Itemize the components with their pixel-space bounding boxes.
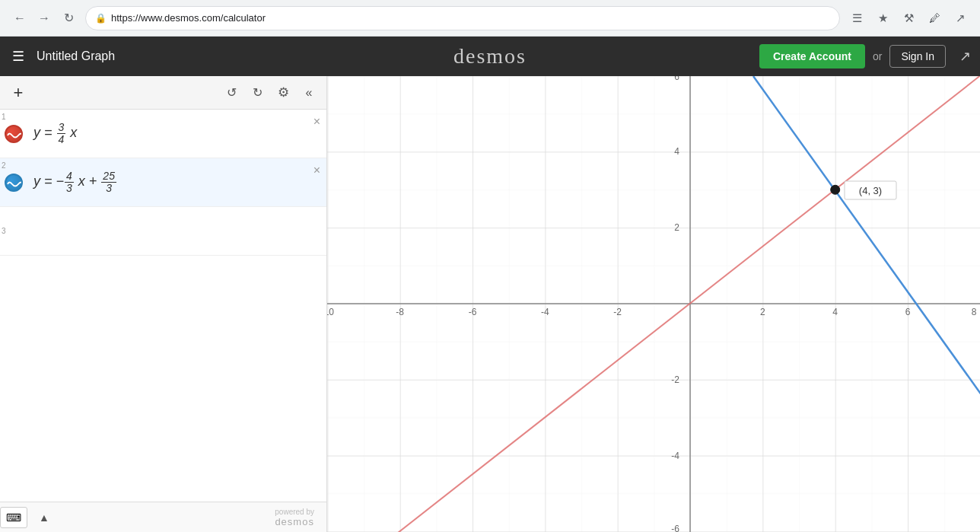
x-label--10: -10 xyxy=(327,307,334,317)
browser-actions: ☰ ★ ⚒ 🖉 ↗ xyxy=(846,8,971,29)
lock-icon: 🔒 xyxy=(95,13,107,24)
desmos-app: ☰ Untitled Graph desmos Create Account o… xyxy=(0,37,980,532)
address-bar: 🔒 xyxy=(85,6,840,30)
x-label-8: 8 xyxy=(972,307,977,317)
x-label--2: -2 xyxy=(613,307,622,317)
forward-button[interactable]: → xyxy=(33,8,55,29)
expr-color-circle-1 xyxy=(5,125,23,143)
x-label--4: -4 xyxy=(541,307,549,317)
y-label--2: -2 xyxy=(671,374,679,385)
bookmark-button[interactable]: ★ xyxy=(872,8,893,29)
chrome-labs-icon[interactable]: ⚒ xyxy=(898,8,919,29)
nav-buttons: ← → ↻ xyxy=(9,8,79,29)
y-label--6: -6 xyxy=(671,524,679,532)
desmos-small-logo: desmos xyxy=(275,516,314,527)
nav-right: Create Account or Sign In ↗ xyxy=(759,44,971,68)
desmos-nav: ☰ Untitled Graph desmos Create Account o… xyxy=(0,37,980,76)
x-label-2: 2 xyxy=(760,307,765,317)
keyboard-toggle-button[interactable]: ⌨ xyxy=(0,507,27,528)
x-label-6: 6 xyxy=(905,307,911,317)
expr-formula-2: y = −43 x + 253 xyxy=(27,170,326,195)
or-text: or xyxy=(873,50,882,62)
share-icon-button[interactable]: ↗ xyxy=(959,48,971,65)
back-button[interactable]: ← xyxy=(9,8,30,29)
expr-num-1: 1 xyxy=(2,113,6,121)
powered-by-text: powered by xyxy=(275,508,314,516)
bottom-bar: ⌨ ▲ powered by desmos xyxy=(0,502,326,532)
x-label--6: -6 xyxy=(469,307,477,317)
share-button[interactable]: ↗ xyxy=(950,8,971,29)
expand-button[interactable]: ▲ xyxy=(33,507,55,528)
nav-left: ☰ Untitled Graph xyxy=(9,45,115,68)
graph-svg: -10 -8 -6 -4 -2 2 4 6 8 6 4 2 -2 xyxy=(327,76,980,532)
expression-toolbar: + ↺ ↻ ⚙ « xyxy=(0,76,326,110)
y-label--4: -4 xyxy=(671,451,679,461)
graph-area[interactable]: -10 -8 -6 -4 -2 2 4 6 8 6 4 2 -2 xyxy=(327,76,980,532)
desmos-logo: desmos xyxy=(453,44,527,68)
x-label--8: -8 xyxy=(396,307,404,317)
graph-title: Untitled Graph xyxy=(37,49,115,63)
settings-button[interactable]: ⚙ xyxy=(272,81,294,104)
expression-list: 1 y = 34 x × xyxy=(0,110,326,502)
bookmark-bar-toggle[interactable]: ☰ xyxy=(846,8,867,29)
expr-delete-2[interactable]: × xyxy=(313,164,320,177)
reload-button[interactable]: ↻ xyxy=(58,8,79,29)
expr-num-2: 2 xyxy=(2,161,6,170)
expression-item-2[interactable]: 2 y = −43 x + 253 × xyxy=(0,158,326,207)
intersection-point xyxy=(831,185,840,194)
add-expression-button[interactable]: + xyxy=(6,81,30,105)
expr-color-icon-2 xyxy=(0,174,27,192)
left-panel: + ↺ ↻ ⚙ « 1 xyxy=(0,76,327,532)
expr-wave-icon-2 xyxy=(6,175,23,192)
expr-color-circle-2 xyxy=(5,174,23,192)
notes-icon[interactable]: 🖉 xyxy=(924,8,945,29)
expr-wave-icon-1 xyxy=(6,126,23,143)
expr-formula-1: y = 34 x xyxy=(27,122,326,146)
expr-delete-1[interactable]: × xyxy=(313,116,320,128)
powered-by: powered by desmos xyxy=(275,508,314,527)
expression-item-1[interactable]: 1 y = 34 x × xyxy=(0,110,326,158)
hamburger-menu[interactable]: ☰ xyxy=(9,45,27,68)
expr-num-3: 3 xyxy=(0,227,9,235)
expr-color-icon-1 xyxy=(0,125,27,143)
main-content: + ↺ ↻ ⚙ « 1 xyxy=(0,76,980,532)
browser-chrome: ← → ↻ 🔒 ☰ ★ ⚒ 🖉 ↗ xyxy=(0,0,980,37)
undo-button[interactable]: ↺ xyxy=(220,81,243,104)
sign-in-button[interactable]: Sign In xyxy=(889,45,946,68)
url-input[interactable] xyxy=(111,12,830,24)
y-label-2: 2 xyxy=(674,222,679,233)
intersection-label: (4, 3) xyxy=(859,185,882,196)
redo-button[interactable]: ↻ xyxy=(246,81,269,104)
y-label-6: 6 xyxy=(674,76,679,82)
x-label-4: 4 xyxy=(832,307,838,317)
create-account-button[interactable]: Create Account xyxy=(759,44,865,68)
y-label-4: 4 xyxy=(674,146,679,157)
expression-item-3[interactable]: 3 xyxy=(0,207,326,256)
collapse-panel-button[interactable]: « xyxy=(298,81,320,104)
